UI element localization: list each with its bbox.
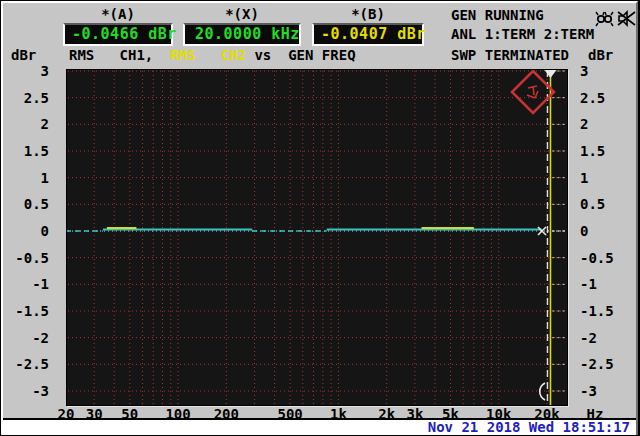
datetime-stamp: Nov 21 2018 Wed 18:51:17 <box>428 420 630 434</box>
y-tick-right: 1.5 <box>580 143 630 159</box>
cursor-top-marker <box>544 70 556 78</box>
readout-b-value: -0.0407 dBr <box>314 25 422 44</box>
trace-ch1-label: RMS CH1, <box>69 47 170 63</box>
readout-b-label: *(B) <box>312 6 424 22</box>
y-tick-left: -2.5 <box>3 356 49 372</box>
readout-x-value: 20.0000 kHz <box>185 25 299 44</box>
y-tick-left: 2.5 <box>3 90 49 106</box>
y-tick-right: 1 <box>580 170 630 186</box>
y-tick-left: -1 <box>3 276 49 292</box>
y-tick-left: 0.5 <box>3 196 49 212</box>
y-tick-left: 1.5 <box>3 143 49 159</box>
status-anl: ANL 1:TERM 2:TERM <box>451 26 594 42</box>
readout-a-value: -0.0466 dBr <box>65 25 171 44</box>
y-tick-right: -3 <box>580 383 630 399</box>
y-tick-right: -2.5 <box>580 356 630 372</box>
y-tick-right: 0.5 <box>580 196 630 212</box>
readout-b: -0.0407 dBr <box>312 23 424 46</box>
y-tick-left: 2 <box>3 116 49 132</box>
status-gen: GEN RUNNING <box>451 7 544 23</box>
trace-vs-label: vs GEN FREQ <box>246 47 356 63</box>
trace-legend: RMS CH1, RMS CH2 vs GEN FREQ <box>69 47 356 63</box>
y-tick-left: 0 <box>3 223 49 239</box>
y-tick-right: 3 <box>580 63 630 79</box>
y-tick-right: 2.5 <box>580 90 630 106</box>
status-swp: SWP TERMINATED <box>451 47 569 63</box>
footer-bar: Nov 21 2018 Wed 18:51:17 <box>3 418 636 435</box>
diamond-glyph <box>527 86 538 98</box>
readout-a: -0.0466 dBr <box>63 23 173 46</box>
graph-area <box>66 69 568 406</box>
y-unit-right: dBr <box>588 47 613 63</box>
readout-a-label: *(A) <box>63 6 173 22</box>
trace-ch2-label: RMS CH2 <box>170 47 246 63</box>
sweep-bug-icon <box>595 10 614 27</box>
readout-x: 20.0000 kHz <box>183 23 301 46</box>
y-tick-right: -1 <box>580 276 630 292</box>
y-unit-left: dBr <box>11 47 36 63</box>
y-tick-left: -1.5 <box>3 303 49 319</box>
y-tick-right: -0.5 <box>580 250 630 266</box>
y-tick-right: 0 <box>580 223 630 239</box>
y-tick-right: 2 <box>580 116 630 132</box>
cursor-bottom-marker <box>540 383 545 400</box>
y-tick-left: -2 <box>3 330 49 346</box>
y-tick-left: -3 <box>3 383 49 399</box>
analyzer-panel: *(A) *(X) *(B) -0.0466 dBr 20.0000 kHz -… <box>1 1 638 435</box>
y-tick-left: 3 <box>3 63 49 79</box>
mute-speaker-icon <box>617 10 636 27</box>
response-chart <box>67 70 567 405</box>
y-tick-left: -0.5 <box>3 250 49 266</box>
y-tick-right: -2 <box>580 330 630 346</box>
y-tick-left: 1 <box>3 170 49 186</box>
y-tick-right: -1.5 <box>580 303 630 319</box>
readout-x-label: *(X) <box>183 6 301 22</box>
